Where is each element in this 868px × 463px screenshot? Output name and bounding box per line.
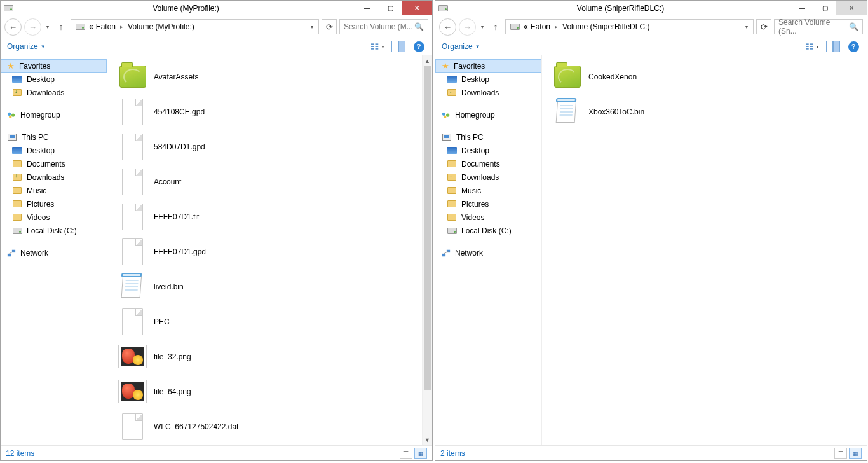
chevron-right-icon[interactable]: ▸ (553, 24, 560, 30)
nav-item-documents[interactable]: Documents (1, 157, 107, 170)
nav-network[interactable]: Network (1, 246, 107, 259)
status-bar: 2 items ☰ ▦ (435, 445, 867, 460)
view-options-button[interactable]: ▼ (806, 39, 820, 53)
scroll-track[interactable] (423, 66, 432, 434)
file-icon (118, 97, 147, 127)
nav-homegroup[interactable]: Homegroup (1, 108, 107, 121)
nav-item-desktop[interactable]: Desktop (1, 73, 107, 86)
nav-item-downloads[interactable]: Downloads (435, 170, 541, 184)
svg-point-19 (444, 115, 446, 118)
help-button[interactable]: ? (846, 39, 860, 53)
nav-item-documents[interactable]: Documents (435, 157, 541, 170)
organize-menu[interactable]: Organize ▼ (442, 42, 480, 51)
vertical-scrollbar[interactable]: ▲ ▼ (422, 55, 432, 445)
titlebar[interactable]: Volume (SniperRifleDLC:) — ▢ ✕ (435, 1, 867, 16)
nav-this-pc[interactable]: This PC (1, 130, 107, 144)
help-button[interactable]: ? (412, 39, 426, 53)
forward-button[interactable]: → (459, 18, 476, 36)
address-dropdown[interactable]: ▾ (308, 24, 316, 30)
nav-item-downloads[interactable]: Downloads (435, 86, 541, 99)
address-dropdown[interactable]: ▾ (743, 24, 750, 30)
nav-item-music[interactable]: Music (1, 184, 107, 197)
file-item[interactable]: 584D07D1.gpd (115, 129, 422, 164)
titlebar[interactable]: Volume (MyProfile:) — ▢ ✕ (1, 1, 432, 16)
forward-button[interactable]: → (24, 18, 41, 36)
nav-item-downloads[interactable]: Downloads (1, 170, 107, 184)
nav-item-pictures[interactable]: Pictures (1, 197, 107, 211)
history-dropdown[interactable]: ▾ (478, 24, 486, 30)
nav-item-videos[interactable]: Videos (435, 211, 541, 224)
downloads-icon (447, 172, 457, 183)
nav-item-local-disk-c-[interactable]: Local Disk (C:) (1, 224, 107, 237)
nav-item-desktop[interactable]: Desktop (435, 144, 541, 157)
nav-item-local-disk-c-[interactable]: Local Disk (C:) (435, 224, 541, 237)
files-pane[interactable]: AvatarAssets 454108CE.gpd 584D07D1.gpd A… (107, 55, 432, 445)
maximize-button[interactable]: ▢ (813, 1, 836, 15)
close-button[interactable]: ✕ (836, 1, 867, 15)
nav-item-desktop[interactable]: Desktop (435, 73, 541, 86)
breadcrumb-seg[interactable]: Volume (MyProfile:) (128, 22, 194, 31)
refresh-button[interactable]: ⟳ (756, 19, 771, 34)
scroll-down-button[interactable]: ▼ (423, 434, 432, 445)
breadcrumb-seg[interactable]: Eaton (531, 22, 550, 31)
svg-rect-15 (810, 46, 813, 47)
nav-this-pc[interactable]: This PC (435, 130, 541, 144)
file-item[interactable]: CookedXenon (550, 59, 857, 94)
nav-item-music[interactable]: Music (435, 184, 541, 197)
address-bar[interactable]: « Eaton ▸ Volume (SniperRifleDLC:) ▾ (505, 19, 754, 34)
nav-network[interactable]: Network (435, 246, 541, 259)
back-button[interactable]: ← (4, 18, 22, 36)
downloads-icon (12, 172, 22, 183)
file-item[interactable]: FFFE07D1.fit (115, 199, 422, 234)
address-bar[interactable]: « Eaton ▸ Volume (MyProfile:) ▾ (71, 19, 319, 34)
breadcrumb-prefix[interactable]: « (524, 22, 528, 31)
file-item[interactable]: tile_32.png (115, 339, 422, 374)
file-item[interactable]: AvatarAssets (115, 59, 422, 94)
tiles-view-button[interactable]: ▦ (414, 448, 427, 459)
details-view-button[interactable]: ☰ (400, 448, 412, 459)
nav-homegroup[interactable]: Homegroup (435, 108, 541, 121)
details-view-button[interactable]: ☰ (834, 448, 847, 459)
breadcrumb-prefix[interactable]: « (89, 22, 93, 31)
chevron-right-icon[interactable]: ▸ (118, 24, 125, 30)
files-list: CookedXenon Xbox360ToC.bin (542, 55, 857, 445)
file-item[interactable]: WLC_667127502422.dat (115, 409, 422, 444)
history-dropdown[interactable]: ▾ (44, 24, 51, 30)
file-item[interactable]: FFFE07D1.gpd (115, 234, 422, 269)
maximize-button[interactable]: ▢ (379, 1, 402, 15)
nav-item-desktop[interactable]: Desktop (1, 144, 107, 157)
file-item[interactable]: tile_64.png (115, 374, 422, 409)
refresh-button[interactable]: ⟳ (322, 19, 337, 34)
minimize-button[interactable]: — (790, 1, 813, 15)
tiles-view-button[interactable]: ▦ (849, 448, 862, 459)
organize-menu[interactable]: Organize ▼ (7, 42, 46, 51)
scroll-thumb[interactable] (424, 66, 431, 390)
nav-item-pictures[interactable]: Pictures (435, 197, 541, 211)
up-button[interactable]: ↑ (54, 19, 68, 34)
scroll-up-button[interactable]: ▲ (423, 55, 432, 66)
preview-pane-button[interactable] (826, 39, 840, 53)
search-input[interactable]: Search Volume (Sn... 🔍 (774, 19, 863, 34)
close-button[interactable]: ✕ (402, 1, 432, 15)
view-options-button[interactable]: ▼ (371, 39, 385, 53)
nav-item-downloads[interactable]: Downloads (1, 86, 107, 99)
file-item[interactable]: PEC (115, 304, 422, 339)
up-button[interactable]: ↑ (489, 19, 503, 34)
nav-favorites[interactable]: ★ Favorites (1, 59, 107, 73)
search-input[interactable]: Search Volume (M... 🔍 (339, 19, 428, 34)
documents-icon (447, 159, 457, 169)
breadcrumb-seg[interactable]: Volume (SniperRifleDLC:) (562, 22, 649, 31)
file-label: Xbox360ToC.bin (588, 107, 644, 116)
file-item[interactable]: liveid.bin (115, 269, 422, 304)
file-item[interactable]: 454108CE.gpd (115, 94, 422, 129)
back-button[interactable]: ← (439, 18, 456, 36)
preview-pane-button[interactable] (391, 39, 405, 53)
minimize-button[interactable]: — (356, 1, 379, 15)
file-item[interactable]: Xbox360ToC.bin (550, 94, 857, 129)
file-item[interactable]: Account (115, 164, 422, 199)
nav-favorites[interactable]: ★ Favorites (435, 59, 541, 73)
breadcrumb-seg[interactable]: Eaton (96, 22, 116, 31)
svg-point-6 (8, 112, 11, 115)
nav-item-videos[interactable]: Videos (1, 211, 107, 224)
files-pane[interactable]: CookedXenon Xbox360ToC.bin (542, 55, 867, 445)
